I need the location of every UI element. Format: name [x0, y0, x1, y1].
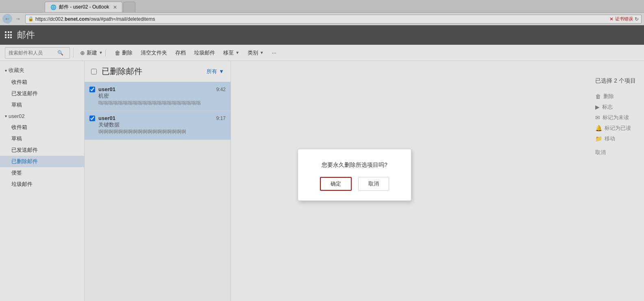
confirm-button[interactable]: 确定	[320, 177, 352, 191]
cancel-button[interactable]: 取消	[358, 177, 389, 191]
dialog-overlay: 您要永久删除所选项目吗? 确定 取消	[0, 0, 644, 301]
dialog-message: 您要永久删除所选项目吗?	[322, 161, 387, 169]
dialog-box: 您要永久删除所选项目吗? 确定 取消	[298, 149, 411, 201]
dialog-buttons: 确定 取消	[320, 177, 389, 191]
